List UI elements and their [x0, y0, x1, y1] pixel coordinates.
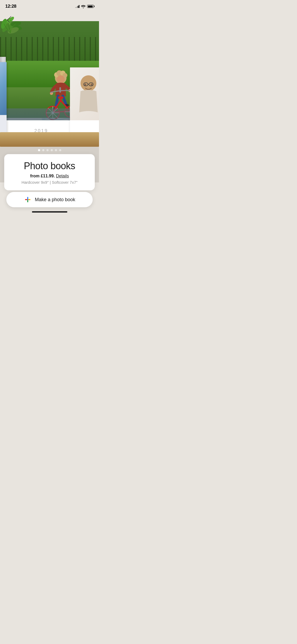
home-indicator	[32, 211, 67, 213]
wooden-shelf	[0, 132, 99, 147]
svg-rect-67	[27, 199, 28, 200]
carousel-dot-2[interactable]	[42, 149, 44, 151]
second-book: New	[70, 67, 99, 141]
carousel-dots	[0, 149, 99, 151]
svg-point-55	[84, 84, 86, 86]
third-book	[0, 62, 7, 141]
carousel-dot-5[interactable]	[55, 149, 57, 151]
back-chevron-icon	[7, 16, 13, 22]
third-book-image	[0, 62, 7, 115]
cta-label: Make a photo book	[35, 197, 75, 203]
info-subtitle: Hardcover 9x9" | Softcover 7x7"	[10, 180, 89, 185]
svg-rect-63	[27, 197, 28, 199]
svg-rect-40	[58, 96, 63, 99]
svg-rect-64	[27, 200, 28, 202]
wifi-icon	[81, 5, 86, 8]
signal-icon	[75, 5, 80, 8]
info-title: Photo books	[10, 160, 89, 172]
svg-point-56	[91, 84, 93, 86]
svg-point-34	[57, 75, 65, 83]
google-plus-icon	[24, 196, 32, 204]
info-price-text: from £11.99.	[30, 174, 55, 178]
status-time: 12:28	[5, 4, 16, 9]
status-icons	[75, 5, 94, 8]
carousel-dot-6[interactable]	[59, 149, 61, 151]
make-photo-book-button[interactable]: Make a photo book	[6, 192, 93, 207]
back-button[interactable]	[5, 15, 14, 24]
svg-rect-65	[25, 199, 27, 200]
svg-rect-41	[60, 99, 62, 102]
info-price: from £11.99. Details	[10, 174, 89, 178]
second-book-image	[70, 67, 99, 120]
info-card: Photo books from £11.99. Details Hardcov…	[4, 154, 95, 190]
svg-rect-66	[28, 199, 30, 200]
status-bar: 12:28	[0, 0, 99, 11]
carousel-dot-4[interactable]	[51, 149, 53, 151]
info-details-link[interactable]: Details	[56, 174, 69, 178]
battery-icon	[87, 5, 94, 8]
carousel-dot-3[interactable]	[46, 149, 49, 151]
svg-point-54	[81, 75, 96, 91]
carousel-dot-1[interactable]	[38, 149, 40, 151]
svg-rect-39	[59, 87, 61, 93]
